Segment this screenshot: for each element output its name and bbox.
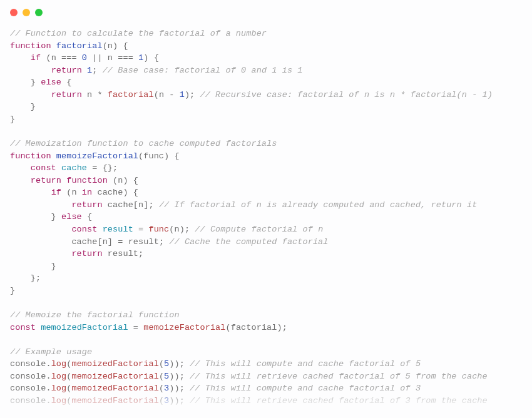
- code-line[interactable]: // Memoization function to cache compute…: [10, 139, 277, 148]
- code-token-p: [123, 237, 128, 247]
- code-token-p: .: [46, 359, 51, 369]
- minimize-dot-icon[interactable]: [23, 9, 30, 16]
- code-token-p: ;: [92, 66, 102, 75]
- code-token-kw: return: [71, 200, 102, 210]
- code-token-p: [10, 237, 71, 247]
- code-line[interactable]: console.log(memoizedFactorial(3)); // Th…: [10, 384, 421, 393]
- code-line[interactable]: } else {: [10, 212, 92, 222]
- code-token-p: ) {: [113, 41, 128, 51]
- code-token-p: ));: [169, 372, 190, 381]
- code-token-c: // This will compute and cache factorial…: [190, 359, 421, 369]
- code-token-c: // Compute factorial of n: [195, 225, 323, 234]
- code-token-p: [97, 225, 102, 234]
- code-line[interactable]: }: [10, 286, 15, 295]
- code-line[interactable]: if (n in cache) {: [10, 188, 138, 197]
- code-line[interactable]: console.log(memoizedFactorial(5)); // Th…: [10, 372, 488, 381]
- code-token-p: [103, 200, 108, 210]
- code-token-c: // This will retrieve cached factorial o…: [190, 372, 488, 381]
- code-token-p: [: [97, 237, 102, 247]
- code-token-p: };: [10, 273, 41, 283]
- code-token-txt: cache: [108, 200, 133, 210]
- code-line[interactable]: function memoizeFactorial(func) {: [10, 151, 180, 161]
- code-token-p: ];: [143, 200, 159, 210]
- code-token-fn: memoizeFactorial: [56, 151, 138, 161]
- code-token-call: memoizedFactorial: [71, 359, 158, 369]
- code-token-op: *: [97, 90, 102, 99]
- code-line[interactable]: // Example usage: [10, 347, 92, 357]
- code-token-p: [10, 176, 31, 185]
- code-line[interactable]: console.log(memoizedFactorial(5)); // Th…: [10, 359, 421, 369]
- code-line[interactable]: if (n === 0 || n === 1) {: [10, 53, 159, 63]
- code-token-p: (: [159, 372, 164, 381]
- code-token-kw: else: [41, 78, 61, 87]
- code-line[interactable]: return n * factorial(n - 1); // Recursiv…: [10, 90, 493, 99]
- code-token-kw: const: [31, 163, 56, 173]
- code-token-p: }: [10, 102, 36, 111]
- code-token-p: [174, 90, 179, 99]
- close-dot-icon[interactable]: [10, 9, 18, 16]
- code-token-id: result: [103, 225, 133, 234]
- code-token-p: .: [46, 384, 51, 393]
- code-editor[interactable]: // Function to calculate the factorial o…: [10, 28, 522, 407]
- code-line[interactable]: const result = func(n); // Compute facto…: [10, 225, 323, 234]
- code-line[interactable]: // Memoize the factorial function: [10, 310, 180, 320]
- code-token-c: // Memoization function to cache compute…: [10, 139, 277, 148]
- code-token-p: ));: [169, 396, 190, 405]
- code-token-txt: n: [108, 41, 113, 51]
- code-token-kw: return: [51, 66, 82, 75]
- code-token-p: ]: [108, 237, 118, 247]
- code-token-p: ;: [138, 249, 143, 258]
- code-line[interactable]: cache[n] = result; // Cache the computed…: [10, 237, 329, 247]
- code-line[interactable]: return result;: [10, 249, 143, 258]
- code-window: // Function to calculate the factorial o…: [0, 0, 532, 418]
- code-token-p: {: [61, 78, 71, 87]
- code-token-fn: factorial: [56, 41, 103, 51]
- code-token-p: [10, 225, 71, 234]
- code-token-p: );: [180, 225, 195, 234]
- code-line[interactable]: }: [10, 262, 56, 271]
- code-token-call: factorial: [108, 90, 154, 99]
- code-token-txt: func: [143, 151, 164, 161]
- code-line[interactable]: const cache = {};: [10, 163, 118, 173]
- window-traffic-lights: [10, 9, 522, 16]
- code-token-id: cache: [61, 163, 87, 173]
- code-line[interactable]: const memoizedFactorial = memoizeFactori…: [10, 323, 287, 332]
- code-token-p: ;: [159, 237, 169, 247]
- code-token-txt: console: [10, 359, 46, 369]
- code-line[interactable]: }: [10, 115, 15, 124]
- code-token-p: [10, 90, 51, 99]
- code-token-p: (: [154, 90, 159, 99]
- code-token-p: [82, 90, 87, 99]
- code-token-p: [10, 66, 51, 75]
- code-line[interactable]: console.log(memoizedFactorial(3)); // Th…: [10, 396, 488, 405]
- code-token-txt: console: [10, 384, 46, 393]
- code-line[interactable]: }: [10, 102, 36, 111]
- code-token-p: [10, 53, 31, 63]
- code-token-txt: n: [103, 237, 108, 247]
- code-token-op: ===: [118, 53, 133, 63]
- code-token-p: [61, 176, 66, 185]
- code-token-p: (: [159, 384, 164, 393]
- code-token-kw: return: [31, 176, 61, 185]
- code-line[interactable]: return 1; // Base case: factorial of 0 a…: [10, 66, 303, 75]
- code-token-p: ) {: [164, 151, 180, 161]
- code-token-kw: if: [51, 188, 61, 197]
- code-token-p: [103, 90, 108, 99]
- code-token-p: }: [10, 286, 15, 295]
- code-token-p: (: [103, 41, 108, 51]
- code-token-p: [133, 53, 138, 63]
- code-token-call: log: [51, 372, 67, 381]
- code-token-p: (: [108, 176, 118, 185]
- code-token-txt: factorial: [231, 323, 277, 332]
- code-line[interactable]: // Function to calculate the factorial o…: [10, 29, 267, 38]
- zoom-dot-icon[interactable]: [35, 9, 43, 16]
- code-line[interactable]: return cache[n]; // If factorial of n is…: [10, 200, 477, 210]
- code-token-txt: cache: [97, 188, 123, 197]
- code-line[interactable]: } else {: [10, 78, 71, 87]
- code-token-c: // Base case: factorial of 0 and 1 is 1: [103, 66, 303, 75]
- code-token-txt: n: [159, 90, 169, 99]
- code-line[interactable]: function factorial(n) {: [10, 41, 128, 51]
- code-token-p: [103, 249, 108, 258]
- code-line[interactable]: };: [10, 273, 41, 283]
- code-line[interactable]: return function (n) {: [10, 176, 138, 185]
